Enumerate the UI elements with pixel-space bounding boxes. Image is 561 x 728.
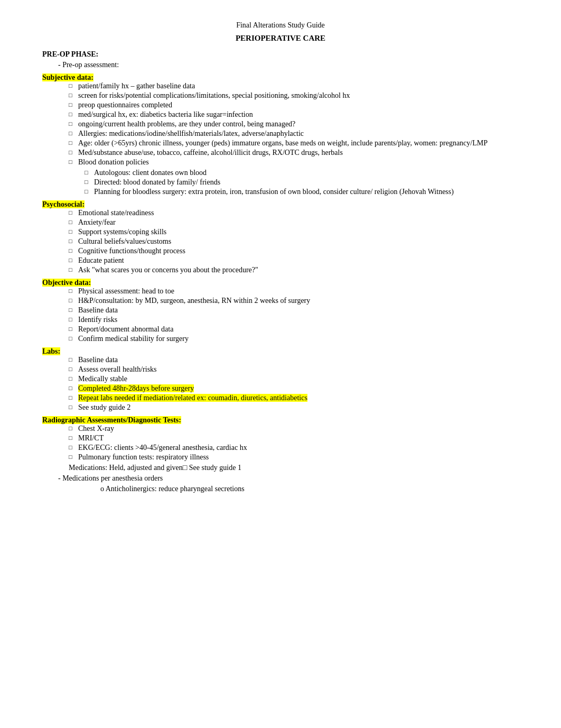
list-item: MRI/CT (69, 434, 519, 443)
labs-label: Labs: (42, 347, 519, 356)
list-item: Anticholinergics: reduce pharyngeal secr… (90, 485, 519, 493)
list-item: Planning for bloodless surgery: extra pr… (85, 188, 519, 196)
list-item: See study guide 2 (69, 403, 519, 412)
list-item: Cultural beliefs/values/customs (69, 237, 519, 246)
list-item: Baseline data (69, 306, 519, 315)
list-item: Medically stable (69, 375, 519, 383)
radiographic-label-text: Radiographic Assessments/Diagnostic Test… (42, 416, 181, 424)
subjective-section: Subjective data: patient/family hx – gat… (42, 73, 519, 196)
list-item: Report/document abnormal data (69, 325, 519, 334)
list-item: Identify risks (69, 316, 519, 324)
objective-label-text: Objective data: (42, 279, 91, 287)
main-header: PERIOPERATIVE CARE (42, 34, 519, 43)
objective-label: Objective data: (42, 279, 519, 287)
preop-section: PRE-OP PHASE: Pre-op assessment: (42, 50, 519, 69)
radiographic-section: Radiographic Assessments/Diagnostic Test… (42, 416, 519, 493)
subjective-label-text: Subjective data: (42, 73, 94, 81)
objective-section: Objective data: Physical assessment: hea… (42, 279, 519, 343)
radiographic-list: Chest X-ray MRI/CT EKG/ECG: clients >40-… (42, 425, 519, 462)
psychosocial-list: Emotional state/readiness Anxiety/fear S… (42, 209, 519, 274)
list-item: Baseline data (69, 356, 519, 364)
list-item: med/surgical hx, ex: diabetics bacteria … (69, 110, 519, 119)
list-item: Age: older (>65yrs) chronic illness, you… (69, 139, 519, 148)
o-list: Anticholinergics: reduce pharyngeal secr… (42, 485, 519, 493)
list-item: Assess overall health/risks (69, 365, 519, 374)
list-item: Autologous: client donates own blood (85, 169, 519, 177)
list-item: Ask "what scares you or concerns you abo… (69, 266, 519, 274)
list-item: Blood donation policies (69, 158, 519, 167)
list-item: EKG/ECG: clients >40-45/general anesthes… (69, 444, 519, 452)
list-item: Confirm medical stability for surgery (69, 335, 519, 343)
list-item: preop questionnaires completed (69, 101, 519, 109)
labs-list: Baseline data Assess overall health/risk… (42, 356, 519, 412)
list-item: Allergies: medications/iodine/shellfish/… (69, 130, 519, 138)
list-item: Med/substance abuse/use, tobacco, caffei… (69, 149, 519, 157)
preop-header: PRE-OP PHASE: (42, 50, 519, 59)
list-item: Chest X-ray (69, 425, 519, 433)
labs-highlight-item-3: Completed 48hr-28days before surgery (78, 384, 194, 392)
medications-dash: Medications per anesthesia orders (42, 474, 519, 483)
objective-list: Physical assessment: head to toe H&P/con… (42, 287, 519, 343)
subjective-label: Subjective data: (42, 73, 519, 82)
medications-line: Medications: Held, adjusted and given□ S… (42, 464, 519, 472)
list-item: Educate patient (69, 256, 519, 265)
list-item: Cognitive functions/thought process (69, 247, 519, 255)
list-item: Anxiety/fear (69, 218, 519, 227)
list-item: Completed 48hr-28days before surgery (69, 384, 519, 393)
list-item: H&P/consultation: by MD, surgeon, anesth… (69, 297, 519, 305)
list-item: Repeat labs needed if mediation/related … (69, 394, 519, 402)
list-item: Physical assessment: head to toe (69, 287, 519, 296)
preop-dash1: Pre-op assessment: (42, 61, 519, 69)
list-item: patient/family hx – gather baseline data (69, 82, 519, 90)
list-item: screen for risks/potential complications… (69, 91, 519, 100)
list-item: ongoing/current health problems, are the… (69, 120, 519, 128)
subjective-list: patient/family hx – gather baseline data… (42, 82, 519, 167)
page-container: Final Alterations Study Guide PERIOPERAT… (42, 21, 519, 493)
psychosocial-section: Psychosocial: Emotional state/readiness … (42, 200, 519, 274)
radiographic-label: Radiographic Assessments/Diagnostic Test… (42, 416, 519, 425)
blood-donation-sublist: Autologous: client donates own blood Dir… (42, 169, 519, 196)
list-item: Support systems/coping skills (69, 228, 519, 236)
psychosocial-label: Psychosocial: (42, 200, 519, 209)
labs-label-text: Labs: (42, 347, 60, 355)
list-item: Directed: blood donated by family/ frien… (85, 178, 519, 187)
labs-section: Labs: Baseline data Assess overall healt… (42, 347, 519, 412)
list-item: Emotional state/readiness (69, 209, 519, 217)
psychosocial-label-text: Psychosocial: (42, 200, 85, 208)
labs-highlight-item-4: Repeat labs needed if mediation/related … (78, 394, 307, 402)
list-item: Pulmonary function tests: respiratory il… (69, 453, 519, 462)
page-title: Final Alterations Study Guide (42, 21, 519, 30)
